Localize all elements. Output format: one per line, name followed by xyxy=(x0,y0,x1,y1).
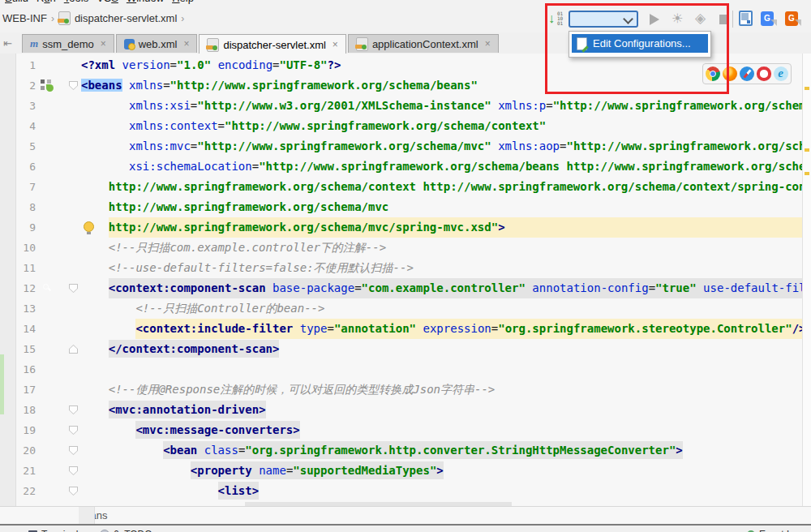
line-number: 10 xyxy=(16,238,36,258)
code-line-11: 11<!--use-default-filters=false:不使用默认扫描-… xyxy=(0,258,811,278)
menu-help[interactable]: Help xyxy=(172,0,194,6)
code-line-17: 17<!--使用@Response注解的时候，可以对返回的类型转换成Json字符… xyxy=(0,380,811,400)
code-line-4: 4xmlns:context="http://www.springframewo… xyxy=(0,116,811,136)
opera-icon[interactable] xyxy=(757,66,771,81)
close-tab-icon[interactable]: × xyxy=(101,38,106,49)
code-text: </context:component-scan> xyxy=(81,339,811,359)
menu-run[interactable]: Run xyxy=(36,0,56,6)
warning-stripe-mark[interactable] xyxy=(805,148,809,152)
tab-scroll-left-icon[interactable]: ⇤ xyxy=(3,37,12,49)
line-number: 12 xyxy=(16,278,36,298)
internet-explorer-icon[interactable]: e xyxy=(774,66,788,81)
code-line-18: 18<mvc:annotation-driven> xyxy=(0,400,811,420)
code-line-13: 13<!--只扫描Controller的bean--> xyxy=(0,298,811,319)
run-configuration-select[interactable] xyxy=(569,11,638,28)
code-line-16: 16 xyxy=(0,359,811,380)
line-number: 16 xyxy=(16,359,36,380)
breadcrumb-file[interactable]: dispatcher-servlet.xml xyxy=(75,12,177,24)
line-number: 2 xyxy=(16,75,36,96)
tab-label: applicationContext.xml xyxy=(372,38,478,50)
translate-orange-button[interactable]: G xyxy=(785,11,798,26)
code-line-6: 6xsi:schemaLocation="http://www.springfr… xyxy=(0,157,811,177)
todo-label: 6: TODO xyxy=(114,529,152,532)
fold-marker-icon[interactable] xyxy=(69,345,78,354)
tab-label: ssm_demo xyxy=(42,38,94,50)
tab-web-xml[interactable]: web.xml× xyxy=(116,34,198,53)
code-text: <bean class="org.springframework.http.co… xyxy=(81,440,811,461)
line-number: 22 xyxy=(16,481,36,501)
menu-vcs[interactable]: VCS xyxy=(97,0,118,6)
run-button[interactable] xyxy=(650,14,659,25)
breadcrumb-web-inf[interactable]: WEB-INF xyxy=(2,12,47,24)
code-text: <context:include-filter type="annotation… xyxy=(81,319,811,339)
line-number: 14 xyxy=(16,319,36,339)
line-number: 9 xyxy=(16,217,36,238)
edit-configurations-icon xyxy=(577,37,587,50)
toolbar-separator xyxy=(732,11,733,28)
fold-marker-icon[interactable] xyxy=(69,487,78,496)
code-editor[interactable]: 1<?xml version="1.0" encoding="UTF-8"?>2… xyxy=(0,54,811,506)
binary-digits-decoration: 011001 xyxy=(557,11,563,26)
web-xml-icon xyxy=(124,39,135,49)
xml-file-icon xyxy=(207,38,219,52)
chevron-right-icon: › xyxy=(181,13,184,24)
translate-blue-button[interactable]: G xyxy=(761,11,774,26)
code-line-3: 3xmlns:xsi="http://www.w3.org/2001/XMLSc… xyxy=(0,96,811,116)
line-number: 20 xyxy=(16,440,36,461)
chrome-icon[interactable] xyxy=(706,66,720,81)
debug-button[interactable]: ☀ xyxy=(672,10,683,28)
todo-toolwindow-button[interactable]: 6: TODO xyxy=(100,527,152,532)
line-number: 8 xyxy=(16,197,36,217)
event-log-label: Event Log xyxy=(759,529,803,532)
code-text: http://www.springframework.org/schema/mv… xyxy=(81,217,811,238)
bottom-strip xyxy=(79,507,95,524)
terminal-label: Terminal xyxy=(41,529,78,532)
line-number: 11 xyxy=(16,258,36,278)
spring-bean-icon[interactable] xyxy=(41,79,54,92)
xml-file-icon xyxy=(58,11,71,25)
tab-dispatcher-servlet-xml[interactable]: dispatcher-servlet.xml× xyxy=(199,34,345,54)
terminal-toolwindow-button[interactable]: Terminal xyxy=(28,527,78,532)
menu-build[interactable]: Build xyxy=(5,0,28,6)
tab-applicationcontext-xml[interactable]: applicationContext.xml× xyxy=(348,34,499,53)
download-sources-icon[interactable]: ↓ 011001 xyxy=(548,11,566,28)
safari-icon[interactable] xyxy=(740,66,754,81)
menu-window[interactable]: Window xyxy=(127,0,164,6)
close-tab-icon[interactable]: × xyxy=(485,38,491,49)
edit-configurations-item[interactable]: Edit Configurations... xyxy=(572,34,708,53)
error-stripe-scrollbar[interactable] xyxy=(802,54,811,506)
warning-stripe-mark[interactable] xyxy=(805,87,809,90)
line-number: 18 xyxy=(16,400,36,420)
fold-marker-icon[interactable] xyxy=(69,284,78,293)
fold-marker-icon[interactable] xyxy=(69,426,78,435)
code-text: <beans xmlns="http://www.springframework… xyxy=(81,75,811,96)
code-line-7: 7http://www.springframework.org/schema/c… xyxy=(0,177,811,197)
line-number: 21 xyxy=(16,461,36,481)
grid-plugin-button[interactable] xyxy=(739,11,753,26)
code-line-21: 21<property name="supportedMediaTypes"> xyxy=(0,461,811,481)
fold-marker-icon[interactable] xyxy=(69,405,78,414)
event-log-button[interactable]: Event Log xyxy=(747,527,803,532)
vcs-added-marker xyxy=(0,354,4,414)
fold-marker-icon[interactable] xyxy=(69,81,78,90)
open-in-browser-bar: e xyxy=(702,63,792,84)
lightbulb-icon[interactable] xyxy=(84,221,94,232)
line-number: 7 xyxy=(16,177,36,197)
warning-stripe-mark[interactable] xyxy=(805,172,809,175)
component-scan-icon[interactable] xyxy=(41,281,54,295)
fold-marker-icon[interactable] xyxy=(69,446,78,455)
coverage-button[interactable]: ◈ xyxy=(695,10,706,28)
line-number: 3 xyxy=(16,96,36,116)
tab-ssm-demo[interactable]: mssm_demo× xyxy=(22,34,114,53)
code-text: <mvc:message-converters> xyxy=(81,420,811,440)
close-tab-icon[interactable]: × xyxy=(333,39,338,50)
code-line-20: 20<bean class="org.springframework.http.… xyxy=(0,440,811,461)
close-tab-icon[interactable]: × xyxy=(183,38,189,49)
menu-tools[interactable]: Tools xyxy=(64,0,88,6)
code-line-15: 15</context:component-scan> xyxy=(0,339,811,359)
code-text: <!--只扫描Controller的bean--> xyxy=(81,298,811,319)
firefox-icon[interactable] xyxy=(723,66,737,81)
line-number: 4 xyxy=(16,116,36,136)
fold-marker-icon[interactable] xyxy=(69,466,78,475)
stop-button[interactable] xyxy=(719,15,729,24)
